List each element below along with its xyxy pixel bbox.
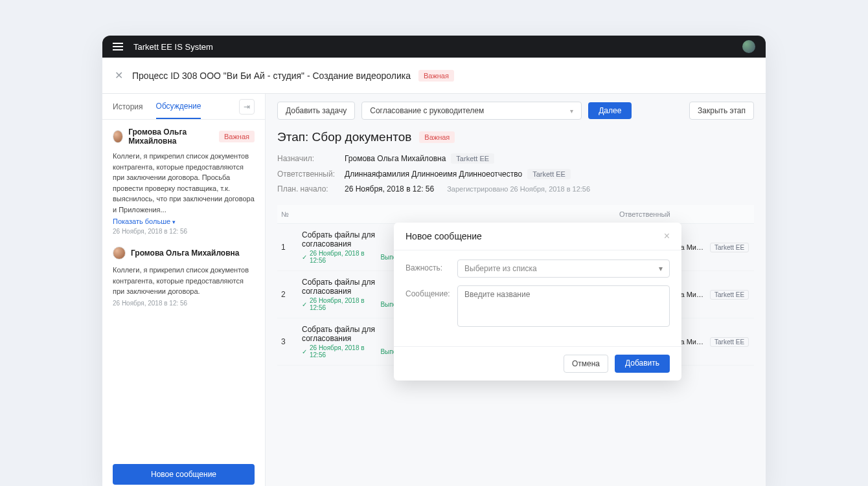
close-icon[interactable]: × <box>664 230 670 242</box>
check-icon: ✓ <box>302 254 307 261</box>
importance-select[interactable]: Выберите из списка ▾ <box>457 260 670 278</box>
org-tag: Tarkett EE <box>710 243 749 252</box>
meta-assigned: Назначил: Громова Ольга Михайловна Tarke… <box>277 153 754 164</box>
user-avatar[interactable] <box>742 40 755 53</box>
org-tag: Tarkett EE <box>451 153 494 164</box>
modal-footer: Отмена Добавить <box>394 346 681 381</box>
new-message-button[interactable]: Новое сообщение <box>113 464 255 485</box>
check-icon: ✓ <box>302 301 307 308</box>
org-tag: Tarkett EE <box>527 169 571 179</box>
row-num: 3 <box>281 337 302 346</box>
message-label: Сообщение: <box>405 285 457 298</box>
app-window: Tarkett EE IS System ✕ Процесс ID 308 ОО… <box>102 36 766 486</box>
close-icon[interactable]: ✕ <box>113 70 124 82</box>
post-body: Коллеги, я прикрепил список документов к… <box>113 151 255 215</box>
stage-title: Этап: Сбор документов Важная <box>277 130 754 144</box>
org-tag: Tarkett EE <box>710 290 749 300</box>
meta-value: Громова Ольга Михайловна <box>345 154 446 163</box>
avatar <box>113 130 123 143</box>
meta-value: Длиннаяфамилия Длинноеимя Длинноеотчеств… <box>345 170 522 179</box>
meta-label: Назначил: <box>277 154 345 163</box>
modal-header: Новое сообщение × <box>394 223 681 250</box>
col-responsible: Ответственный <box>614 210 750 218</box>
meta-label: План. начало: <box>277 184 345 193</box>
add-task-button[interactable]: Добавить задачу <box>277 102 355 120</box>
importance-badge: Важная <box>418 70 454 82</box>
importance-label: Важность: <box>405 260 457 272</box>
chevron-down-icon: ▾ <box>570 107 573 115</box>
show-more-link[interactable]: Показать больше <box>113 217 255 225</box>
tab-discussion[interactable]: Обсуждение <box>156 94 201 119</box>
form-row-message: Сообщение: <box>405 285 670 327</box>
breadcrumb-text: Процесс ID 308 ООО "Ви Би Ай - студия" -… <box>132 71 411 81</box>
next-button[interactable]: Далее <box>588 102 632 119</box>
post-author: Громова Ольга Михайловна <box>131 249 240 258</box>
post-author: Громова Ольга Михайловна <box>128 127 214 146</box>
post: Громова Ольга Михайловна Коллеги, я прик… <box>113 247 255 307</box>
meta-responsible: Ответственный: Длиннаяфамилия Длинноеимя… <box>277 169 754 179</box>
post-time: 26 Ноября, 2018 в 12: 56 <box>113 300 255 307</box>
org-tag: Tarkett EE <box>710 337 749 347</box>
submit-button[interactable]: Добавить <box>615 355 670 373</box>
check-icon: ✓ <box>302 348 307 355</box>
breadcrumb-bar: ✕ Процесс ID 308 ООО "Ви Би Ай - студия"… <box>102 58 766 94</box>
row-num: 1 <box>281 243 302 252</box>
cancel-button[interactable]: Отмена <box>564 355 608 373</box>
topbar: Tarkett EE IS System <box>102 36 766 58</box>
post: Громова Ольга Михайловна Важная Коллеги,… <box>113 127 255 235</box>
toolbar: Добавить задачу Согласование с руководит… <box>277 102 754 120</box>
row-num: 2 <box>281 290 302 299</box>
table-head: № Ответственный <box>277 205 754 224</box>
app-title: Tarkett EE IS System <box>133 42 213 52</box>
close-stage-button[interactable]: Закрыть этап <box>689 102 754 120</box>
chevron-down-icon: ▾ <box>659 264 663 273</box>
col-number: № <box>281 210 302 218</box>
tab-history[interactable]: История <box>113 94 143 119</box>
meta-plan-start: План. начало: 26 Ноября, 2018 в 12: 56 З… <box>277 184 754 193</box>
post-badge: Важная <box>219 131 255 142</box>
select-value: Согласование с руководителем <box>370 106 484 115</box>
collapse-icon[interactable]: ⇥ <box>239 99 255 115</box>
select-placeholder: Выберите из списка <box>464 264 537 273</box>
menu-icon[interactable] <box>113 43 123 50</box>
meta-label: Ответственный: <box>277 170 345 179</box>
stage-select[interactable]: Согласование с руководителем ▾ <box>361 102 582 120</box>
meta-extra: Зарегистрировано 26 Ноября, 2018 в 12:56 <box>447 185 590 193</box>
stage-title-text: Этап: Сбор документов <box>277 130 411 144</box>
meta-value: 26 Ноября, 2018 в 12: 56 <box>345 184 434 193</box>
post-time: 26 Ноября, 2018 в 12: 56 <box>113 228 255 235</box>
avatar <box>113 247 126 260</box>
sidebar: История Обсуждение ⇥ Громова Ольга Михай… <box>102 94 266 486</box>
stage-badge: Важная <box>419 131 455 143</box>
form-row-importance: Важность: Выберите из списка ▾ <box>405 260 670 278</box>
modal-body: Важность: Выберите из списка ▾ Сообщение… <box>394 250 681 346</box>
sidebar-tabs: История Обсуждение ⇥ <box>102 94 265 120</box>
discussion-feed: Громова Ольга Михайловна Важная Коллеги,… <box>102 120 265 486</box>
modal-title: Новое сообщение <box>405 231 482 241</box>
new-message-modal: Новое сообщение × Важность: Выберите из … <box>394 223 681 381</box>
message-textarea[interactable] <box>457 285 670 327</box>
post-body: Коллеги, я прикрепил список документов к… <box>113 265 255 297</box>
